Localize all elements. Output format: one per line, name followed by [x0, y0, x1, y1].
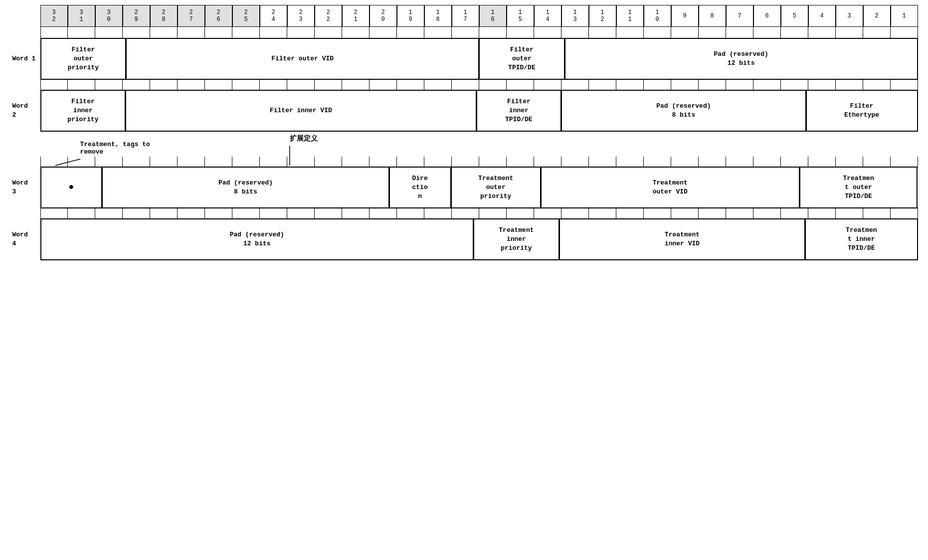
word3-treatment-outer-priority: Treatmentouterpriority — [451, 168, 541, 207]
bit-31: 31 — [68, 5, 95, 27]
bit-20: 20 — [370, 5, 397, 27]
tick-area-3 — [40, 208, 918, 218]
word4-treatment-inner-priority: Treatmentinnerpriority — [474, 219, 559, 259]
bit-9: 9 — [671, 5, 699, 27]
bit-6: 6 — [753, 5, 781, 27]
annotation-row: Treatment, tags toremove 扩展定义 — [10, 132, 918, 167]
bit-21: 21 — [342, 5, 370, 27]
word2-filter-inner-tpid: FilterinnerTPID/DE — [477, 91, 562, 131]
bit-3: 3 — [836, 5, 863, 27]
bit-15: 15 — [507, 5, 534, 27]
word-1-label: Word 1 — [10, 38, 40, 80]
word3-treatment-outer-vid: Treatmentouter VID — [541, 168, 800, 207]
tick-row-0 — [40, 27, 918, 38]
bit-32: 32 — [40, 5, 68, 27]
word1-filter-outer-tpid: FilterouterTPID/DE — [479, 39, 565, 79]
word1-filter-outer-vid: Filter outer VID — [126, 39, 479, 79]
bit-8: 8 — [699, 5, 726, 27]
word3-bullet-field: ● — [40, 168, 103, 207]
word2-pad-reserved: Pad (reserved)8 bits — [561, 91, 806, 131]
word1-filter-outer-priority: Filterouterpriority — [40, 39, 127, 79]
bit-29: 29 — [123, 5, 150, 27]
between-row-1 — [10, 80, 918, 90]
word-2-fields: Filterinnerpriority Filter inner VID Fil… — [40, 90, 918, 132]
bit-23: 23 — [287, 5, 315, 27]
word4-pad-reserved: Pad (reserved)12 bits — [40, 219, 474, 259]
word2-filter-inner-vid: Filter inner VID — [126, 91, 476, 131]
word4-treatment-inner-tpid: Treatment innerTPID/DE — [805, 219, 918, 259]
bit-11: 11 — [616, 5, 644, 27]
bit-26: 26 — [205, 5, 232, 27]
word3-direction: Direction — [389, 168, 451, 207]
bit-17: 17 — [452, 5, 479, 27]
bit-30: 30 — [95, 5, 123, 27]
word-3-label: Word3 — [10, 167, 40, 208]
word3-pad-reserved: Pad (reserved)8 bits — [102, 168, 389, 207]
bit-13: 13 — [561, 5, 589, 27]
word-1-fields: Filterouterpriority Filter outer VID Fil… — [40, 38, 918, 80]
word-3-row: Word3 ● Pad (reserved)8 bits Direction T… — [10, 167, 918, 208]
word3-treatment-outer-tpid: Treatment outerTPID/DE — [800, 168, 918, 207]
between-row-3 — [10, 208, 918, 218]
word-2-label: Word2 — [10, 90, 40, 132]
word-4-fields: Pad (reserved)12 bits Treatmentinnerprio… — [40, 218, 918, 260]
diagram-container: 32 31 30 29 28 27 26 25 24 23 22 21 20 1… — [10, 5, 918, 260]
bit-cells: 32 31 30 29 28 27 26 25 24 23 22 21 20 1… — [40, 5, 918, 27]
bit-19: 19 — [397, 5, 424, 27]
tick-area-1 — [40, 80, 918, 90]
word-3-fields: ● Pad (reserved)8 bits Direction Treatme… — [40, 167, 918, 208]
bit-24: 24 — [260, 5, 287, 27]
bullet-dot: ● — [69, 181, 74, 193]
bit-header-row: 32 31 30 29 28 27 26 25 24 23 22 21 20 1… — [10, 5, 918, 27]
word2-filter-ethertype: FilterEthertype — [806, 91, 918, 131]
spacer-row-0 — [10, 27, 918, 38]
bit-1: 1 — [891, 5, 918, 27]
extend-def-annotation: 扩展定义 — [290, 134, 318, 143]
bit-12: 12 — [589, 5, 616, 27]
bit-7: 7 — [726, 5, 753, 27]
bit-28: 28 — [150, 5, 178, 27]
bit-5: 5 — [781, 5, 808, 27]
word-4-label: Word4 — [10, 218, 40, 260]
bit-22: 22 — [315, 5, 342, 27]
word-1-row: Word 1 Filterouterpriority Filter outer … — [10, 38, 918, 80]
bit-25: 25 — [232, 5, 260, 27]
word1-pad-reserved: Pad (reserved)12 bits — [565, 39, 918, 79]
bit-2: 2 — [863, 5, 891, 27]
bit-27: 27 — [178, 5, 205, 27]
bit-16: 16 — [479, 5, 507, 27]
bit-10: 10 — [644, 5, 671, 27]
word-4-row: Word4 Pad (reserved)12 bits Treatmentinn… — [10, 218, 918, 260]
annotation-ticks — [40, 157, 918, 167]
bit-18: 18 — [424, 5, 452, 27]
word4-treatment-inner-vid: Treatmentinner VID — [559, 219, 805, 259]
tags-to-remove-annotation: Treatment, tags toremove — [80, 141, 150, 156]
bit-4: 4 — [808, 5, 836, 27]
bit-header-spacer — [10, 5, 40, 27]
annotation-area: Treatment, tags toremove 扩展定义 — [40, 132, 918, 167]
word2-filter-inner-priority: Filterinnerpriority — [40, 91, 126, 131]
bit-14: 14 — [534, 5, 561, 27]
word-2-row: Word2 Filterinnerpriority Filter inner V… — [10, 90, 918, 132]
